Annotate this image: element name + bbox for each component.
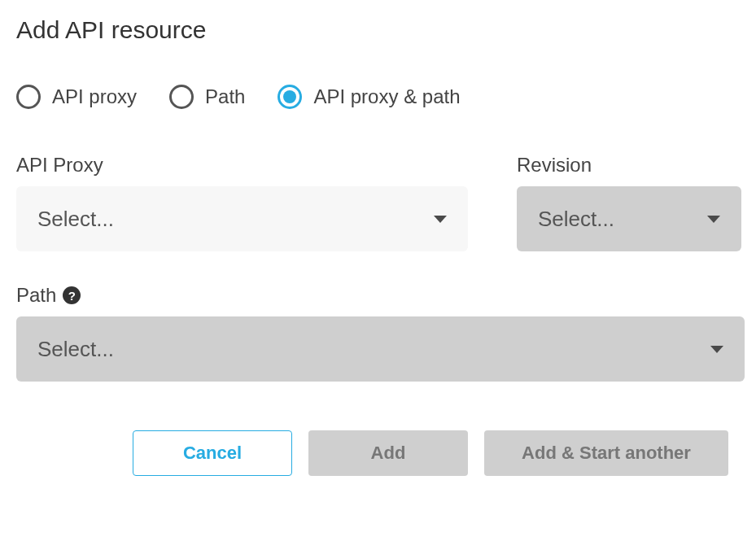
radio-api-proxy[interactable]: API proxy: [16, 85, 137, 109]
chevron-down-icon: [710, 346, 723, 353]
help-icon[interactable]: ?: [63, 286, 81, 304]
radio-api-proxy-label: API proxy: [52, 85, 137, 108]
radio-path-label: Path: [205, 85, 245, 108]
radio-api-proxy-and-path-label: API proxy & path: [313, 85, 460, 108]
resource-type-radio-group: API proxy Path API proxy & path: [16, 85, 740, 109]
cancel-button[interactable]: Cancel: [133, 430, 292, 476]
radio-api-proxy-and-path[interactable]: API proxy & path: [277, 85, 460, 109]
path-label: Path: [16, 284, 56, 307]
radio-path[interactable]: Path: [169, 85, 245, 109]
page-title: Add API resource: [16, 16, 740, 44]
chevron-down-icon: [434, 216, 447, 223]
api-proxy-select[interactable]: Select...: [16, 186, 468, 251]
api-proxy-label: API Proxy: [16, 154, 468, 177]
radio-dot-icon: [283, 90, 296, 103]
revision-label: Revision: [517, 154, 741, 177]
dialog-button-row: Cancel Add Add & Start another: [16, 430, 740, 476]
api-proxy-select-value: Select...: [37, 207, 114, 232]
path-select[interactable]: Select...: [16, 316, 745, 382]
radio-unchecked-icon: [16, 85, 41, 109]
path-select-value: Select...: [37, 337, 114, 362]
radio-unchecked-icon: [169, 85, 194, 109]
revision-select[interactable]: Select...: [517, 186, 741, 251]
add-and-start-another-button[interactable]: Add & Start another: [484, 430, 728, 476]
add-button[interactable]: Add: [308, 430, 468, 476]
path-label-row: Path ?: [16, 284, 745, 307]
chevron-down-icon: [707, 216, 720, 223]
revision-select-value: Select...: [538, 207, 614, 232]
radio-checked-icon: [277, 85, 302, 109]
